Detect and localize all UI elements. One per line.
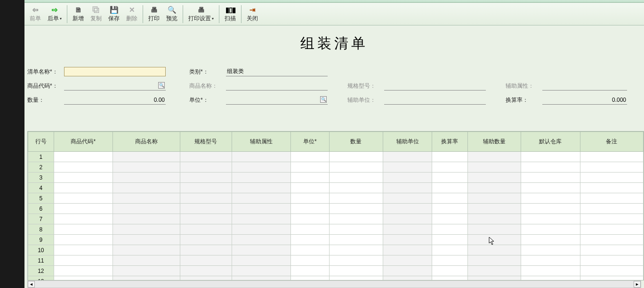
grid-cell[interactable] xyxy=(329,214,383,224)
grid-cell[interactable] xyxy=(290,214,329,224)
grid-cell[interactable] xyxy=(180,266,232,276)
grid-cell[interactable] xyxy=(383,266,432,276)
grid-cell[interactable] xyxy=(329,152,383,162)
grid-cell[interactable] xyxy=(232,266,290,276)
grid-cell[interactable] xyxy=(432,162,467,173)
grid-cell[interactable] xyxy=(467,255,521,266)
grid-cell[interactable] xyxy=(180,224,232,235)
grid-cell[interactable] xyxy=(432,255,467,266)
grid-cell[interactable] xyxy=(113,214,180,224)
grid-cell[interactable] xyxy=(521,255,580,266)
grid-cell[interactable] xyxy=(232,255,290,266)
grid-cell[interactable] xyxy=(180,214,232,224)
grid-cell[interactable] xyxy=(113,183,180,193)
close-button[interactable]: ⇥ 关闭 xyxy=(243,4,261,25)
scan-button[interactable]: ▮▯▮ 扫描 xyxy=(221,4,239,25)
grid-cell[interactable] xyxy=(467,204,521,214)
column-header[interactable]: 辅助单位 xyxy=(383,132,432,152)
column-header[interactable]: 换算率 xyxy=(432,132,467,152)
grid-cell[interactable] xyxy=(432,152,467,162)
grid-cell[interactable] xyxy=(54,162,113,173)
table-row[interactable]: 10 xyxy=(28,245,644,255)
grid-cell[interactable] xyxy=(467,173,521,183)
column-header[interactable]: 辅助数量 xyxy=(467,132,521,152)
conv-rate-input[interactable] xyxy=(542,95,627,105)
table-row[interactable]: 8 xyxy=(28,224,644,235)
grid-cell[interactable] xyxy=(180,162,232,173)
grid-cell[interactable] xyxy=(580,276,643,281)
grid-cell[interactable] xyxy=(290,183,329,193)
grid-cell[interactable] xyxy=(329,183,383,193)
next-doc-button[interactable]: ⇨ 后单▾ xyxy=(44,4,65,25)
grid-cell[interactable] xyxy=(290,276,329,281)
grid-cell[interactable] xyxy=(113,276,180,281)
grid-cell[interactable] xyxy=(580,173,643,183)
scroll-right-button[interactable]: ► xyxy=(634,281,641,288)
grid-cell[interactable] xyxy=(521,224,580,235)
grid-cell[interactable] xyxy=(383,245,432,255)
column-header[interactable]: 辅助属性 xyxy=(232,132,290,152)
grid-cell[interactable] xyxy=(580,235,643,245)
grid-cell[interactable] xyxy=(432,276,467,281)
grid-cell[interactable] xyxy=(232,183,290,193)
grid-cell[interactable] xyxy=(232,224,290,235)
grid-cell[interactable] xyxy=(290,173,329,183)
grid-cell[interactable] xyxy=(232,204,290,214)
column-header[interactable]: 商品名称 xyxy=(113,132,180,152)
grid-cell[interactable] xyxy=(383,193,432,204)
grid-cell[interactable] xyxy=(467,235,521,245)
grid-cell[interactable] xyxy=(432,193,467,204)
grid-cell[interactable] xyxy=(383,224,432,235)
grid-cell[interactable] xyxy=(290,152,329,162)
grid-cell[interactable] xyxy=(580,204,643,214)
grid-cell[interactable] xyxy=(54,255,113,266)
grid-cell[interactable] xyxy=(232,152,290,162)
grid-cell[interactable] xyxy=(432,235,467,245)
lookup-icon[interactable]: 🔍 xyxy=(158,82,165,89)
grid-cell[interactable] xyxy=(521,235,580,245)
grid-cell[interactable] xyxy=(54,193,113,204)
grid-cell[interactable] xyxy=(521,276,580,281)
grid-cell[interactable] xyxy=(113,224,180,235)
grid-cell[interactable] xyxy=(180,193,232,204)
grid-cell[interactable] xyxy=(113,204,180,214)
grid-cell[interactable] xyxy=(521,152,580,162)
grid-cell[interactable] xyxy=(467,266,521,276)
grid-cell[interactable] xyxy=(383,235,432,245)
grid-cell[interactable] xyxy=(467,152,521,162)
product-code-input[interactable] xyxy=(64,81,166,91)
grid-cell[interactable] xyxy=(329,224,383,235)
horizontal-scrollbar[interactable]: ◄ ► xyxy=(27,280,641,288)
grid-cell[interactable] xyxy=(290,162,329,173)
unit-input[interactable] xyxy=(226,95,328,105)
grid-cell[interactable] xyxy=(432,245,467,255)
grid-cell[interactable] xyxy=(521,245,580,255)
grid-cell[interactable] xyxy=(54,173,113,183)
grid-cell[interactable] xyxy=(521,266,580,276)
grid-cell[interactable] xyxy=(232,276,290,281)
detail-grid[interactable]: 行号商品代码*商品名称规格型号辅助属性单位*数量辅助单位换算率辅助数量默认仓库备… xyxy=(28,132,644,280)
grid-cell[interactable] xyxy=(580,193,643,204)
grid-cell[interactable] xyxy=(467,193,521,204)
table-row[interactable]: 7 xyxy=(28,214,644,224)
grid-cell[interactable] xyxy=(180,245,232,255)
prev-doc-button[interactable]: ⇦ 前单 xyxy=(26,4,44,25)
grid-cell[interactable] xyxy=(180,255,232,266)
delete-button[interactable]: ✕ 删除 xyxy=(123,4,141,25)
grid-cell[interactable] xyxy=(54,224,113,235)
new-button[interactable]: 🗎 新增 xyxy=(69,4,87,25)
grid-cell[interactable] xyxy=(580,224,643,235)
grid-cell[interactable] xyxy=(432,224,467,235)
grid-cell[interactable] xyxy=(467,214,521,224)
grid-cell[interactable] xyxy=(290,235,329,245)
grid-cell[interactable] xyxy=(383,255,432,266)
grid-cell[interactable] xyxy=(180,152,232,162)
grid-cell[interactable] xyxy=(521,183,580,193)
grid-cell[interactable] xyxy=(290,193,329,204)
grid-cell[interactable] xyxy=(180,183,232,193)
grid-cell[interactable] xyxy=(290,255,329,266)
grid-cell[interactable] xyxy=(580,245,643,255)
table-row[interactable]: 5 xyxy=(28,193,644,204)
column-header[interactable]: 规格型号 xyxy=(180,132,232,152)
table-row[interactable]: 4 xyxy=(28,183,644,193)
